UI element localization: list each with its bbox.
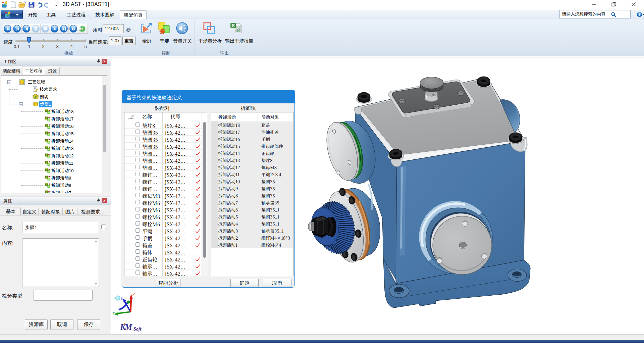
svg-text:Z: Z [132, 292, 135, 297]
svg-text:Soft: Soft [133, 327, 142, 332]
svg-text:KM: KM [120, 323, 132, 332]
svg-text:Y: Y [112, 311, 115, 315]
svg-text:X: X [120, 297, 123, 301]
svg-text:?: ? [638, 12, 641, 16]
